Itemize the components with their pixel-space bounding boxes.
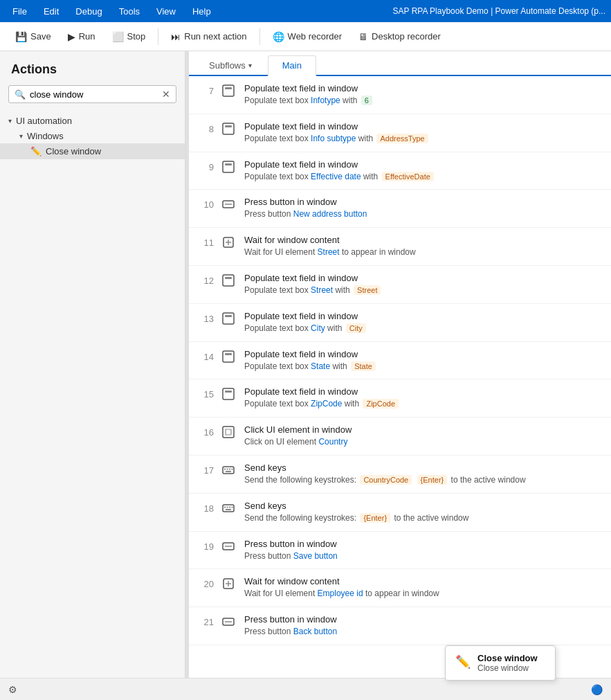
tree-section: ▾ UI automation ▾ Windows ✏️ Close windo… [0,110,185,162]
step-row[interactable]: 17Send keysSend the following keystrokes… [189,456,611,494]
step-title: Send keys [244,501,605,511]
step-icon [222,190,241,213]
step-text: Click on UI element [244,437,318,447]
step-title: Populate text field in window [244,273,605,283]
step-title: Click UI element in window [244,424,605,435]
menu-file[interactable]: File [6,3,34,19]
menu-tools[interactable]: Tools [112,3,147,19]
step-text: with [330,361,349,371]
step-var-tag: AddressType [376,134,428,143]
step-title: Populate text field in window [244,121,605,132]
step-title: Press button in window [244,197,605,207]
step-text: with [325,323,345,333]
step-title: Populate text field in window [244,83,605,93]
step-description: Press button Back button [244,626,605,638]
step-var-blue: Back button [293,627,337,636]
run-next-label: Run next action [184,31,246,42]
tree-group-ui-automation[interactable]: ▾ UI automation [0,113,185,129]
step-content: Click UI element in windowClick on UI el… [241,418,611,455]
step-row[interactable]: 20Wait for window contentWait for UI ele… [189,569,611,607]
step-var-tag: State [351,361,376,371]
menu-edit[interactable]: Edit [37,3,66,19]
step-row[interactable]: 8Populate text field in windowPopulate t… [189,114,611,152]
step-content: Populate text field in windowPopulate te… [241,76,611,114]
step-description: Populate text box City with City [244,323,605,334]
step-description: Populate text box Street with Street [244,285,605,296]
step-var-tag: EffectiveDate [382,172,434,181]
menu-bar: File Edit Debug Tools View Help SAP RPA … [0,0,611,22]
svg-rect-2 [223,123,234,134]
search-input[interactable] [30,89,162,100]
step-content: Wait for window contentWait for UI eleme… [241,228,611,265]
step-description: Wait for UI element Street to appear in … [244,246,605,258]
step-number: 13 [189,304,222,324]
step-var-blue: Effective date [311,172,361,181]
tooltip-close-icon: ✏️ [455,654,471,670]
menu-help[interactable]: Help [185,3,218,19]
step-title: Wait for window content [244,576,605,586]
step-icon [222,569,241,592]
step-row[interactable]: 13Populate text field in windowPopulate … [189,304,611,342]
step-var-blue: Infotype [311,96,340,105]
step-row[interactable]: 15Populate text field in windowPopulate … [189,379,611,418]
svg-rect-31 [232,506,233,508]
svg-rect-15 [223,351,234,362]
step-row[interactable]: 10Press button in windowPress button New… [189,190,611,228]
tab-subflows[interactable]: Subflows ▾ [194,55,266,75]
step-number: 7 [189,76,222,96]
chevron-down-icon-windows: ▾ [19,132,23,140]
step-var-blue: Country [318,437,347,447]
search-clear-icon[interactable]: ✕ [162,89,170,100]
step-text: Press button [244,209,293,219]
step-title: Press button in window [244,539,605,549]
step-var-tag-green: 6 [361,96,372,105]
save-button[interactable]: 💾 Save [8,28,58,46]
svg-rect-20 [226,429,231,435]
search-icon: 🔍 [15,89,26,100]
sidebar-title: Actions [0,51,185,85]
step-content: Populate text field in windowPopulate te… [241,379,611,417]
stop-button[interactable]: ⬜ Stop [105,28,153,46]
svg-rect-21 [223,467,234,474]
tree-item-close-window[interactable]: ✏️ Close window [0,143,185,159]
step-var-blue: New address button [293,209,367,219]
tooltip-content: Close window Close window [477,653,538,673]
steps-container[interactable]: 7Populate text field in windowPopulate t… [189,76,611,678]
step-text: Populate text box [244,399,311,409]
step-row[interactable]: 19Press button in windowPress button Sav… [189,532,611,570]
step-row[interactable]: 21Press button in windowPress button Bac… [189,607,611,645]
step-row[interactable]: 9Populate text field in windowPopulate t… [189,152,611,190]
step-row[interactable]: 14Populate text field in windowPopulate … [189,342,611,380]
step-row[interactable]: 16Click UI element in windowClick on UI … [189,418,611,456]
status-icon-2: 🔵 [591,684,603,695]
menu-debug[interactable]: Debug [69,3,109,19]
step-row[interactable]: 18Send keysSend the following keystrokes… [189,494,611,532]
web-recorder-button[interactable]: 🌐 Web recorder [266,28,349,46]
step-icon [222,304,241,327]
step-title: Populate text field in window [244,386,605,397]
run-button[interactable]: ▶ Run [61,28,102,46]
step-description: Populate text box Info subtype with Addr… [244,133,605,145]
step-var-blue: City [311,323,325,333]
step-text: Wait for UI element [244,589,318,598]
step-title: Populate text field in window [244,349,605,359]
desktop-recorder-button[interactable]: 🖥 Desktop recorder [352,28,448,46]
tree-sub-windows[interactable]: ▾ Windows [0,129,185,143]
step-title: Send keys [244,463,605,473]
svg-rect-1 [225,87,232,89]
step-icon [222,342,241,365]
save-label: Save [30,31,51,42]
tab-subflows-label: Subflows [209,60,246,71]
menu-view[interactable]: View [149,3,183,19]
step-text: Populate text box [244,323,311,333]
run-next-button[interactable]: ⏭ Run next action [164,28,253,46]
step-text: with [342,399,361,409]
step-text: with [356,134,375,143]
step-row[interactable]: 11Wait for window contentWait for UI ele… [189,228,611,266]
status-icon-1: ⚙ [8,684,17,695]
tab-main[interactable]: Main [268,55,316,76]
svg-rect-25 [232,468,233,469]
step-row[interactable]: 7Populate text field in windowPopulate t… [189,76,611,114]
step-content: Press button in windowPress button New a… [241,190,611,227]
step-row[interactable]: 12Populate text field in windowPopulate … [189,266,611,304]
